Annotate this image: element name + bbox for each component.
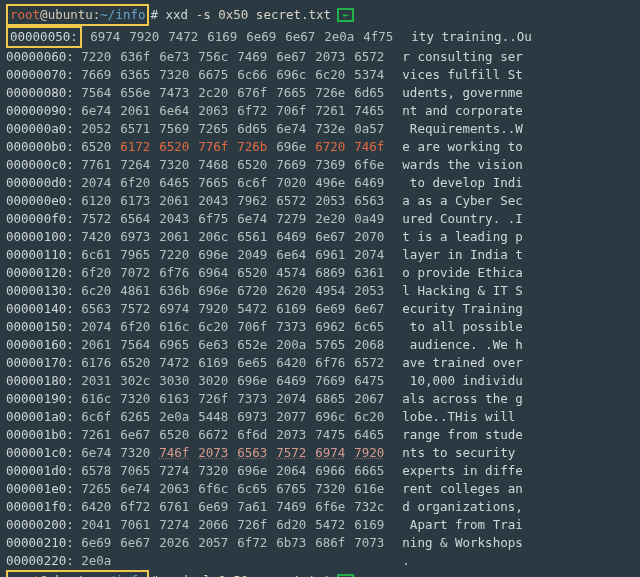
ascii-column: to develop Indi: [402, 174, 570, 192]
ascii-column: layer in India t: [402, 246, 570, 264]
hex-offset: 00000150:: [6, 319, 74, 334]
hexdump-row: 000000d0: 20746f20646576656c6f7020496e64…: [6, 174, 634, 192]
ascii-column: ity training..Ou: [411, 28, 579, 46]
hex-offset: 00000060:: [6, 49, 74, 64]
hex-offset: 00000090:: [6, 103, 74, 118]
hexdump-row: 000001d0: 6578706572747320696e2064696666…: [6, 462, 634, 480]
prompt-line-1: root@ubuntu:~/info# xxd -s 0x50 secret.t…: [6, 4, 634, 26]
hexdump-row: 00000100: 742069732061206c656164696e6720…: [6, 228, 634, 246]
ascii-column: Apart from Trai: [402, 516, 570, 534]
hexdump-row: 00000170: 61766520747261696e6564206f7665…: [6, 354, 634, 372]
hex-offset: 00000190:: [6, 391, 74, 406]
ascii-column: e are working to: [402, 138, 570, 156]
hexdump-row: 000000b0: 652061726520776f726b696e672074…: [6, 138, 634, 156]
hexdump-row: 00000090: 6e7420616e6420636f72706f726174…: [6, 102, 634, 120]
hexdump-row: 00000110: 6c6179657220696e20496e64696120…: [6, 246, 634, 264]
ascii-column: ave trained over: [402, 354, 570, 372]
hex-offset: 000000f0:: [6, 211, 74, 226]
hex-offset: 00000220:: [6, 553, 74, 568]
hexdump-row: 00000060: 7220636f6e73756c74696e67207365…: [6, 48, 634, 66]
hexdump-row: 000001a0: 6c6f62652e0a544869732077696c6c…: [6, 408, 634, 426]
ascii-column: t is a leading p: [402, 228, 570, 246]
highlight-box-prompt-1: root@ubuntu:~/info: [6, 4, 149, 26]
command-args-1: -s 0x50 secret.txt: [196, 7, 331, 22]
hexdump-row: 00000120: 6f2070726f76696465204574686963…: [6, 264, 634, 282]
ascii-column: .: [402, 552, 570, 570]
hexdump-row: 00000130: 6c204861636b696e67202620495420…: [6, 282, 634, 300]
hexdump-row: 000001e0: 72656e7420636f6c6c656765732061…: [6, 480, 634, 498]
hexdump-row: 000000c0: 77617264732074686520766973696f…: [6, 156, 634, 174]
hex-offset: 000001d0:: [6, 463, 74, 478]
ascii-column: ning & Workshops: [402, 534, 570, 552]
hex-offset: 000001b0:: [6, 427, 74, 442]
hex-offset: 000001c0:: [6, 445, 74, 460]
hexdump-row: 00000200: 2041706172742066726f6d20547261…: [6, 516, 634, 534]
ascii-column: nts to security: [402, 444, 570, 462]
hexdump-row: 00000150: 20746f20616c6c20706f737369626c…: [6, 318, 634, 336]
hexdump-row: 00000050: 69747920747261696e696e672e0a4f…: [6, 26, 634, 48]
ascii-column: 10,000 individu: [402, 372, 570, 390]
hexdump-row: 00000220: 2e0a .: [6, 552, 634, 570]
hexdump-row: 00000160: 2061756469656e63652e200a576520…: [6, 336, 634, 354]
arrow-annotation-1: ←: [337, 8, 354, 22]
prompt-user: root: [10, 7, 40, 22]
hexdump-row: 00000140: 6563757269747920547261696e696e…: [6, 300, 634, 318]
hex-offset: 00000180:: [6, 373, 74, 388]
ascii-column: r consulting ser: [402, 48, 570, 66]
ascii-column: ecurity Training: [402, 300, 570, 318]
hex-offset: 00000110:: [6, 247, 74, 262]
ascii-column: udents, governme: [402, 84, 570, 102]
ascii-column: to all possible: [402, 318, 570, 336]
hex-offset: 00000120:: [6, 265, 74, 280]
hex-offset: 000001a0:: [6, 409, 74, 424]
ascii-column: als across the g: [402, 390, 570, 408]
highlight-box-offset: 00000050:: [6, 26, 82, 48]
ascii-column: range from stude: [402, 426, 570, 444]
ascii-column: experts in diffe: [402, 462, 570, 480]
hex-offset: 00000080:: [6, 85, 74, 100]
ascii-column: Requirements..W: [402, 120, 570, 138]
hex-offset: 00000050:: [10, 29, 78, 44]
ascii-column: rent colleges an: [402, 480, 570, 498]
ascii-column: lobe..THis will: [402, 408, 570, 426]
hexdump-row: 00000180: 2031302c30303020696e6469766964…: [6, 372, 634, 390]
ascii-column: l Hacking & IT S: [402, 282, 570, 300]
command-1: xxd: [166, 7, 189, 22]
prompt-host: ubuntu: [48, 7, 93, 22]
hex-offset: 00000170:: [6, 355, 74, 370]
hexdump-row: 00000080: 7564656e74732c20676f7665726e6d…: [6, 84, 634, 102]
hex-offset: 00000160:: [6, 337, 74, 352]
hexdump-row: 00000190: 616c73206163726f73732074686520…: [6, 390, 634, 408]
hexdump-row: 000000f0: 7572656420436f756e7472792e200a…: [6, 210, 634, 228]
terminal[interactable]: root@ubuntu:~/info# xxd -s 0x50 secret.t…: [0, 0, 640, 577]
prompt-line-2: root@ubuntu:~/info# xxd -l 0x50 secret.t…: [6, 570, 634, 577]
ascii-column: vices fulfill St: [402, 66, 570, 84]
hexdump-row: 00000070: 76696365732066756c66696c6c2053…: [6, 66, 634, 84]
command-args-2: -l 0x50 secret.txt: [196, 573, 331, 577]
ascii-column: nt and corporate: [402, 102, 570, 120]
hexdump-row: 000000a0: 20526571756972656d656e74732e0a…: [6, 120, 634, 138]
ascii-column: a as a Cyber Sec: [402, 192, 570, 210]
command-2: xxd: [166, 573, 189, 577]
hexdump-row: 000001f0: 64206f7267616e697a6174696f6e73…: [6, 498, 634, 516]
hex-offset: 000001f0:: [6, 499, 74, 514]
hex-offset: 00000070:: [6, 67, 74, 82]
hexdump-row: 00000210: 6e696e67202620576f726b73686f70…: [6, 534, 634, 552]
ascii-column: d organizations,: [402, 498, 570, 516]
hex-offset: 000000a0:: [6, 121, 74, 136]
highlight-box-prompt-2: root@ubuntu:~/info: [6, 570, 149, 577]
hexdump-row: 000001b0: 72616e67652066726f6d2073747564…: [6, 426, 634, 444]
hex-offset: 000000b0:: [6, 139, 74, 154]
hex-offset: 00000130:: [6, 283, 74, 298]
ascii-column: audience. .We h: [402, 336, 570, 354]
hex-offset: 00000100:: [6, 229, 74, 244]
hex-offset: 000000d0:: [6, 175, 74, 190]
hexdump-row: 000000e0: 612061732061204379626572205365…: [6, 192, 634, 210]
hexdump-row: 000001c0: 6e747320746f207365637572697479…: [6, 444, 634, 462]
ascii-column: wards the vision: [402, 156, 570, 174]
hex-offset: 00000200:: [6, 517, 74, 532]
ascii-column: ured Country. .I: [402, 210, 570, 228]
hex-offset: 00000140:: [6, 301, 74, 316]
prompt-at: @: [40, 7, 48, 22]
hex-offset: 000000c0:: [6, 157, 74, 172]
